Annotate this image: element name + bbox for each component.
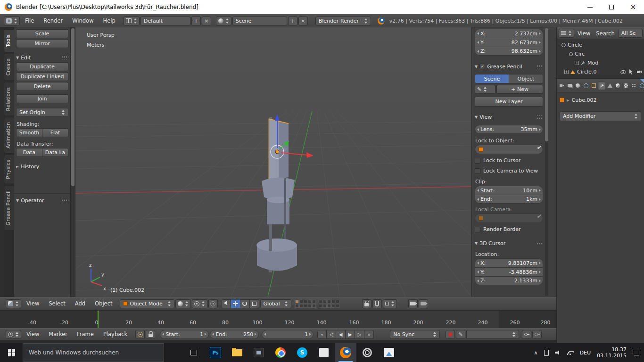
delete-button[interactable]: Delete	[16, 82, 68, 91]
decrement-icon[interactable]	[477, 198, 479, 201]
outliner-item-circle0[interactable]: + Circle.0	[557, 67, 644, 76]
taskbar-app-photos[interactable]	[248, 343, 270, 362]
prev-keyframe-button[interactable]: ◁	[327, 330, 336, 339]
render-border-checkbox[interactable]	[475, 227, 480, 232]
outliner-filter-dropdown[interactable]: All Sc	[618, 29, 643, 38]
gp-new-layer-button[interactable]: New Layer	[475, 97, 543, 107]
breadcrumb-object-name[interactable]: Cube.002	[572, 97, 597, 103]
notification-center-icon[interactable]	[633, 350, 639, 355]
current-frame-indicator[interactable]	[98, 311, 99, 328]
eyedropper-icon[interactable]	[534, 147, 539, 152]
panel-grip-icon[interactable]	[62, 198, 68, 203]
lock-time-toggle[interactable]	[146, 330, 155, 339]
editor-type-timeline-button[interactable]	[6, 330, 21, 339]
layer-toggle[interactable]	[331, 300, 335, 304]
layer-toggle[interactable]	[336, 304, 339, 308]
object-data-tab[interactable]	[606, 82, 613, 90]
grease-pencil-panel-header[interactable]: ▼ ✓ Grease Pencil	[475, 62, 543, 71]
toolshelf-tab-animation[interactable]: Animation	[4, 117, 14, 154]
timeline-menu-playback[interactable]: Playback	[99, 331, 132, 337]
modifiers-tab[interactable]	[598, 82, 605, 90]
world-tab[interactable]	[582, 82, 589, 90]
history-panel-header[interactable]: ► History	[16, 162, 68, 171]
menu-help[interactable]: Help	[99, 17, 120, 24]
decrement-icon[interactable]	[162, 333, 164, 336]
expand-icon[interactable]: +	[564, 70, 569, 74]
increment-icon[interactable]	[539, 41, 541, 44]
view-panel-header[interactable]: ▼ View	[475, 112, 543, 122]
jump-to-end-button[interactable]: »	[364, 330, 374, 339]
layer-toggle[interactable]	[295, 300, 299, 304]
viewport-menu-select[interactable]: Select	[44, 300, 69, 307]
timeline-menu-view[interactable]: View	[22, 331, 43, 337]
menu-render[interactable]: Render	[39, 17, 67, 24]
wifi-icon[interactable]	[567, 350, 574, 355]
viewport-3d[interactable]: z y x User Persp Meters (1) Cube.002	[75, 27, 471, 297]
cursor-x-field[interactable]: X: 9.83107cm	[475, 258, 543, 267]
toolshelf-scrollbar[interactable]	[71, 27, 75, 297]
decrement-icon[interactable]	[212, 333, 214, 336]
manipulator-rotate-button[interactable]	[240, 299, 250, 308]
play-button[interactable]: ▶	[346, 330, 355, 339]
pivot-align-toggle[interactable]	[208, 299, 218, 308]
increment-icon[interactable]	[539, 128, 541, 131]
panel-grip-icon[interactable]	[537, 241, 543, 246]
decrement-icon[interactable]	[477, 50, 479, 53]
task-view-button[interactable]	[183, 343, 205, 362]
duplicate-button[interactable]: Duplicate	[16, 62, 68, 71]
current-frame-field[interactable]: 1	[262, 330, 314, 339]
jump-to-start-button[interactable]: «	[317, 330, 327, 339]
data-transfer-data-button[interactable]: Data	[16, 148, 42, 157]
pivot-point-dropdown[interactable]	[192, 299, 207, 308]
render-tab[interactable]	[558, 82, 565, 90]
layer-toggle[interactable]	[331, 304, 335, 308]
toolshelf-tab-tools[interactable]: Tools	[4, 29, 14, 52]
editor-type-info-button[interactable]: i	[4, 16, 20, 25]
add-modifier-dropdown[interactable]: Add Modifier	[560, 111, 641, 121]
operator-panel-header[interactable]: ▼ Operator	[16, 196, 68, 205]
manipulator-scale-button[interactable]	[250, 299, 259, 308]
lock-camera-row[interactable]: Lock Camera to View	[475, 167, 543, 175]
increment-icon[interactable]	[539, 32, 541, 35]
scene-dropdown[interactable]: Scene	[232, 16, 287, 25]
decrement-icon[interactable]	[477, 189, 479, 192]
editor-type-outliner-button[interactable]	[559, 29, 574, 38]
layer-toggle[interactable]	[323, 300, 327, 304]
mirror-button[interactable]: Mirror	[16, 39, 68, 48]
shade-flat-button[interactable]: Flat	[42, 128, 68, 137]
npanel-scrollbar-thumb[interactable]	[545, 28, 548, 141]
cursor-z-field[interactable]: Z: 2.1333m	[475, 276, 543, 285]
layer-toggle[interactable]	[299, 300, 303, 304]
scene-tab[interactable]	[574, 82, 581, 90]
shade-smooth-button[interactable]: Smooth	[16, 128, 42, 137]
manipulator-toggle-button[interactable]	[222, 299, 231, 308]
keying-draw-button[interactable]: ✎	[456, 330, 465, 339]
lock-to-cursor-row[interactable]: Lock to Cursor	[475, 156, 543, 165]
scale-button[interactable]: Scale	[16, 29, 68, 38]
increment-icon[interactable]	[539, 280, 541, 282]
menu-window[interactable]: Window	[68, 17, 98, 24]
insert-keyframe-button[interactable]	[522, 330, 531, 339]
pen-device-icon[interactable]	[544, 350, 549, 356]
minimize-button[interactable]	[579, 0, 601, 14]
duplicate-linked-button[interactable]: Duplicate Linked	[16, 72, 68, 81]
taskbar-app-image-viewer[interactable]	[378, 343, 400, 362]
layer-toggle[interactable]	[319, 300, 322, 304]
close-button[interactable]: ×	[622, 0, 644, 14]
snap-element-dropdown[interactable]	[383, 299, 397, 308]
volume-icon[interactable]	[555, 350, 561, 355]
taskbar-app-blender[interactable]	[335, 343, 356, 362]
opengl-render-anim-button[interactable]	[419, 299, 428, 308]
toolshelf-tab-relations[interactable]: Relations	[4, 82, 14, 116]
menu-file[interactable]: File	[21, 17, 38, 24]
outliner-item-modifiers[interactable]: + Mod	[557, 58, 644, 67]
taskbar-app-explorer[interactable]	[226, 343, 248, 362]
scene-icon-button[interactable]	[216, 16, 231, 25]
preview-range-toggle[interactable]	[135, 330, 145, 339]
layer-toggle[interactable]	[312, 304, 316, 308]
layer-toggle[interactable]	[327, 304, 331, 308]
frame-start-field[interactable]: Start: 1	[160, 330, 209, 339]
screen-layout-dropdown[interactable]: Default	[140, 16, 190, 25]
sync-dropdown[interactable]: No Sync	[390, 330, 440, 339]
lock-to-cursor-checkbox[interactable]	[475, 158, 480, 164]
